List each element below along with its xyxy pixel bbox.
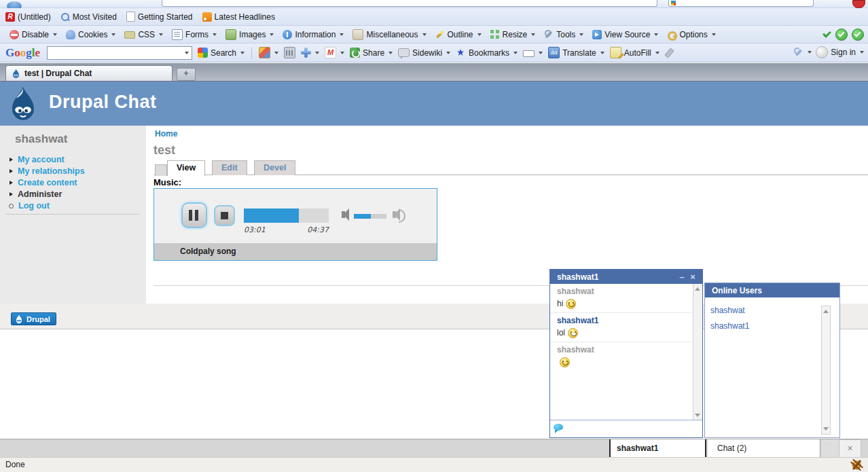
dropdown-caret-icon — [340, 52, 344, 54]
volume-slider[interactable] — [354, 214, 386, 219]
stop-button[interactable] — [214, 205, 235, 226]
browser-tab-active[interactable]: test | Drupal Chat — [5, 65, 173, 81]
check-circle-icon[interactable] — [852, 29, 864, 41]
total-time: 04:37 — [244, 225, 329, 234]
webdev-outline[interactable]: Outline — [435, 30, 482, 39]
google-add-button[interactable] — [301, 48, 319, 58]
site-title[interactable]: Drupal Chat — [49, 92, 157, 113]
scroll-up-arrow-icon[interactable] — [695, 286, 701, 292]
volume-mute-icon[interactable] — [342, 211, 345, 218]
google-logo[interactable]: Google — [5, 46, 40, 60]
close-button[interactable]: × — [687, 270, 698, 283]
address-bar[interactable] — [162, 0, 657, 7]
volume-loud-icon[interactable] — [393, 211, 396, 218]
taskbar-tab-chat-count[interactable]: Chat (2) — [708, 439, 820, 458]
drupal-favicon — [12, 69, 20, 79]
dropdown-caret-icon — [477, 33, 482, 36]
magnifier-icon — [60, 12, 70, 22]
options-icon — [667, 30, 676, 39]
tab-devel[interactable]: Devel — [254, 160, 295, 175]
drupal-logo[interactable] — [8, 86, 38, 122]
chat-input-area[interactable] — [550, 420, 702, 437]
frame-button[interactable] — [523, 48, 543, 57]
new-tab-button[interactable]: + — [177, 68, 196, 81]
bookmark-untitled[interactable]: R (Untitled) — [5, 12, 51, 22]
menu-label: Share — [363, 48, 384, 58]
collapsed-arrow-icon — [10, 192, 13, 196]
online-user-link[interactable]: shashwat — [710, 306, 839, 321]
sidebar-item-log-out[interactable]: Log out — [0, 200, 146, 212]
pause-button[interactable] — [181, 202, 207, 228]
webdev-status-checks — [822, 29, 864, 41]
bookmark-label: Latest Headlines — [215, 12, 275, 22]
bookmark-latest-headlines[interactable]: Latest Headlines — [202, 12, 275, 22]
gmail-button[interactable]: M — [325, 47, 344, 58]
sidebar-link[interactable]: Administer — [18, 189, 62, 199]
share-button[interactable]: Share — [350, 48, 393, 58]
sidebar-item-my-account[interactable]: My account — [0, 154, 146, 166]
webdev-toolbar: Disable Cookies CSS Forms Images Informa… — [0, 26, 868, 43]
webdev-forms[interactable]: Forms — [172, 29, 217, 40]
webdev-disable[interactable]: Disable — [10, 30, 57, 39]
webdev-resize[interactable]: Resize — [490, 30, 536, 39]
sidewiki-button[interactable]: Sidewiki — [398, 48, 450, 58]
webdev-options[interactable]: Options — [667, 30, 715, 39]
google-finance-button[interactable] — [284, 47, 295, 58]
webdev-miscellaneous[interactable]: Miscellaneous — [352, 29, 426, 40]
google-search-input[interactable] — [47, 46, 192, 60]
sidebar-link[interactable]: My relationships — [18, 166, 85, 176]
outline-icon — [436, 30, 444, 38]
check-circle-icon[interactable] — [835, 29, 848, 41]
browser-search-bar[interactable] — [668, 0, 814, 7]
tab-edit[interactable]: Edit — [212, 160, 247, 175]
sign-in-button[interactable]: Sign in — [816, 46, 864, 58]
chat-message-list: shashwat hi shashwat1 lol shashwat — [550, 284, 692, 420]
sidebar-item-create-content[interactable]: Create content — [0, 177, 146, 189]
sidebar-link[interactable]: Create content — [18, 178, 77, 187]
taskbar-tab-chat-user[interactable]: shashwat1 — [609, 439, 706, 458]
webdev-view-source[interactable]: View Source — [592, 30, 658, 39]
gbookmarks-button[interactable]: Bookmarks — [456, 48, 518, 58]
dropdown-caret-icon — [185, 52, 189, 54]
tab-view[interactable]: View — [167, 160, 205, 176]
bank-icon — [284, 47, 295, 58]
scroll-up-arrow-icon[interactable] — [823, 308, 829, 314]
sidebar-item-administer[interactable]: Administer — [0, 189, 146, 200]
breadcrumb-home-link[interactable]: Home — [155, 129, 177, 139]
bug-icon[interactable] — [850, 458, 863, 471]
adblock-shield-icon[interactable] — [852, 0, 865, 8]
chat-scrollbar[interactable] — [693, 284, 702, 420]
highlighter-button[interactable] — [665, 48, 675, 58]
minimize-button[interactable]: – — [676, 270, 687, 283]
seek-bar[interactable] — [244, 208, 329, 223]
drupal-badge[interactable]: Drupal — [11, 312, 56, 325]
webdev-tools[interactable]: Tools — [544, 30, 583, 39]
page-icon — [126, 12, 135, 22]
scroll-down-arrow-icon[interactable] — [823, 426, 829, 432]
bookmark-getting-started[interactable]: Getting Started — [126, 12, 193, 22]
online-users-titlebar[interactable]: Online Users — [705, 283, 839, 297]
sidebar-link[interactable]: My account — [18, 155, 65, 164]
translate-button[interactable]: áaTranslate — [548, 47, 604, 58]
webdev-cookies[interactable]: Cookies — [66, 30, 115, 39]
site-header: Drupal Chat — [0, 81, 868, 126]
taskbar-close-button[interactable]: × — [839, 439, 861, 458]
bookmark-most-visited[interactable]: Most Visited — [60, 12, 117, 22]
chat-window-titlebar[interactable]: shashwat1 – × — [550, 270, 702, 284]
sidebar-link[interactable]: Log out — [18, 201, 50, 211]
toolbar-settings-button[interactable] — [793, 48, 812, 58]
scroll-down-arrow-icon[interactable] — [695, 412, 701, 418]
information-icon — [283, 30, 292, 39]
webdev-css[interactable]: CSS — [124, 30, 163, 39]
google-search-button[interactable]: Search — [198, 48, 245, 58]
online-users-scrollbar[interactable] — [821, 306, 831, 435]
webdev-information[interactable]: Information — [283, 30, 344, 39]
tools-icon — [544, 30, 554, 39]
sidebar-item-my-relationships[interactable]: My relationships — [0, 166, 146, 177]
webdev-images[interactable]: Images — [225, 29, 274, 40]
smiley-icon — [560, 357, 570, 367]
google-news-button[interactable] — [259, 47, 278, 58]
dropdown-caret-icon — [274, 52, 278, 54]
autofill-button[interactable]: AutoFill — [610, 47, 659, 58]
online-user-link[interactable]: shashwat1 — [710, 321, 839, 337]
